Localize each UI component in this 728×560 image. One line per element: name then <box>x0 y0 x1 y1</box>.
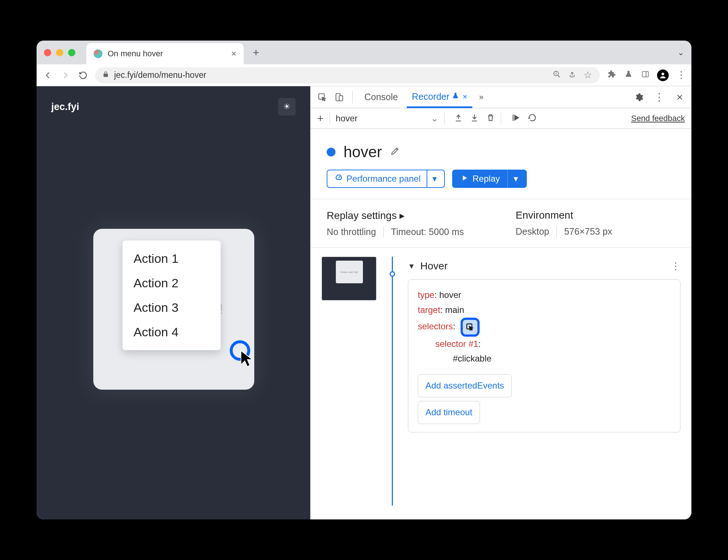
browser-window: On menu hover × + ⌄ jec.fyi/demo/menu-ho… <box>37 41 691 519</box>
play-icon <box>461 174 468 184</box>
devtools-tabstrip: Console Recorder × » ⋮ × <box>311 86 691 108</box>
hover-menu: Action 1 Action 2 Action 3 Action 4 <box>123 241 221 350</box>
tab-title: On menu hover <box>108 49 226 58</box>
extensions-icon[interactable] <box>607 70 617 81</box>
window-controls <box>44 49 75 56</box>
cursor-icon <box>240 349 255 370</box>
bookmark-icon[interactable]: ☆ <box>582 69 593 81</box>
environment-label: Environment <box>516 209 573 221</box>
inspect-element-icon[interactable] <box>316 91 329 104</box>
close-window-button[interactable] <box>44 49 51 56</box>
svg-point-5 <box>661 72 664 75</box>
favicon <box>94 49 102 58</box>
browser-tab[interactable]: On menu hover × <box>86 43 244 64</box>
chevron-down-icon: ⌄ <box>431 113 438 124</box>
menu-item-4[interactable]: Action 4 <box>123 320 221 344</box>
devtools-panel: Console Recorder × » ⋮ × <box>310 86 691 519</box>
prop-target-val[interactable]: main <box>445 305 464 315</box>
step-body: type: hover target: main selectors: sele… <box>408 279 680 432</box>
performance-panel-button[interactable]: Performance panel ▾ <box>327 170 445 188</box>
step-title: Hover <box>420 260 448 272</box>
tab-console[interactable]: Console <box>359 86 403 108</box>
recorder-body: hover Performance panel ▾ Replay ▾ <box>311 129 691 519</box>
step-icon[interactable] <box>511 113 520 124</box>
selector-1-value[interactable]: #clickable <box>453 353 491 363</box>
timeline-node[interactable] <box>390 271 395 277</box>
more-tabs-button[interactable]: » <box>479 92 483 102</box>
theme-toggle-button[interactable]: ☀ <box>278 98 296 116</box>
tab-close-button[interactable]: × <box>231 49 236 59</box>
page-brand: jec.fyi <box>51 101 79 113</box>
share-icon[interactable] <box>567 70 577 80</box>
step-hover: ▼ Hover ⋮ type: hover target: main selec… <box>408 257 680 432</box>
add-timeout-button[interactable]: Add timeout <box>418 401 480 424</box>
step-menu-button[interactable]: ⋮ <box>671 261 680 272</box>
recording-header: hover <box>311 129 691 170</box>
svg-rect-8 <box>339 95 343 101</box>
send-feedback-link[interactable]: Send feedback <box>631 114 685 123</box>
content-area: jec.fyi ☀ Hover over me! Action 1 Action… <box>37 86 691 519</box>
reload-button[interactable] <box>78 70 89 81</box>
replay-button[interactable]: Replay ▾ <box>452 170 527 188</box>
tab-recorder[interactable]: Recorder × <box>407 86 473 108</box>
browser-menu-button[interactable]: ⋮ <box>675 69 686 81</box>
back-button[interactable] <box>42 70 53 81</box>
recording-title: hover <box>344 143 382 161</box>
recorder-actions: Performance panel ▾ Replay ▾ <box>311 170 691 199</box>
menu-item-2[interactable]: Action 2 <box>123 271 221 295</box>
timeline: Hover over me! ▼ Hover ⋮ type: hove <box>311 248 691 441</box>
caret-right-icon: ▸ <box>399 209 405 222</box>
selector-1-label: selector #1 <box>435 339 478 349</box>
url-field[interactable]: jec.fyi/demo/menu-hover ☆ <box>95 67 600 83</box>
selector-picker-button[interactable] <box>461 318 480 337</box>
export-icon[interactable] <box>454 113 463 124</box>
device-value: Desktop <box>516 226 549 237</box>
prop-type-key: type <box>418 290 434 300</box>
edit-title-icon[interactable] <box>390 146 400 159</box>
menu-item-1[interactable]: Action 1 <box>123 246 221 271</box>
throttling-value: No throttling <box>327 227 376 237</box>
flask-icon <box>452 92 459 101</box>
devtools-close-icon[interactable]: × <box>673 91 686 104</box>
lock-icon <box>102 71 109 79</box>
timeline-rail <box>387 257 398 432</box>
zoom-icon[interactable] <box>552 70 562 80</box>
add-asserted-events-button[interactable]: Add assertedEvents <box>418 374 512 397</box>
svg-line-1 <box>558 75 560 77</box>
continue-icon[interactable] <box>528 113 537 124</box>
url-text: jec.fyi/demo/menu-hover <box>114 70 547 80</box>
profile-button[interactable] <box>657 69 669 81</box>
step-header[interactable]: ▼ Hover ⋮ <box>408 257 680 279</box>
devtools-menu-icon[interactable]: ⋮ <box>653 91 666 104</box>
replay-settings[interactable]: Replay settings ▸ No throttling Timeout:… <box>327 209 487 237</box>
address-bar: jec.fyi/demo/menu-hover ☆ ⋮ <box>37 64 691 86</box>
minimize-window-button[interactable] <box>56 49 63 56</box>
labs-icon[interactable] <box>623 70 634 80</box>
environment-settings[interactable]: Environment Desktop 576×753 px <box>516 209 676 237</box>
recorder-toolbar: + hover ⌄ Send feedback <box>311 108 691 129</box>
device-toolbar-icon[interactable] <box>333 91 346 104</box>
new-tab-button[interactable]: + <box>253 46 259 59</box>
rendered-page: jec.fyi ☀ Hover over me! Action 1 Action… <box>37 86 310 519</box>
maximize-window-button[interactable] <box>68 49 75 56</box>
prop-target-key: target <box>418 305 440 315</box>
prop-type-val[interactable]: hover <box>439 290 461 300</box>
tab-recorder-close[interactable]: × <box>463 92 468 102</box>
tab-list-dropdown[interactable]: ⌄ <box>678 48 684 57</box>
viewport-value: 576×753 px <box>564 226 612 237</box>
replay-settings-label: Replay settings <box>327 210 397 222</box>
devtools-settings-icon[interactable] <box>632 91 645 104</box>
new-recording-button[interactable]: + <box>317 112 324 125</box>
step-thumbnail[interactable]: Hover over me! <box>322 257 376 300</box>
chevron-down-icon[interactable]: ▾ <box>427 170 437 188</box>
recording-status-dot <box>327 148 335 156</box>
thumbnail-content: Hover over me! <box>336 261 363 283</box>
import-icon[interactable] <box>470 113 479 124</box>
page-header: jec.fyi ☀ <box>37 86 310 127</box>
forward-button[interactable] <box>60 70 71 81</box>
chevron-down-icon[interactable]: ▾ <box>507 170 518 188</box>
delete-icon[interactable] <box>486 113 495 124</box>
side-panel-icon[interactable] <box>640 70 650 80</box>
recording-selector[interactable]: hover ⌄ <box>336 113 438 124</box>
menu-item-3[interactable]: Action 3 <box>123 295 221 320</box>
